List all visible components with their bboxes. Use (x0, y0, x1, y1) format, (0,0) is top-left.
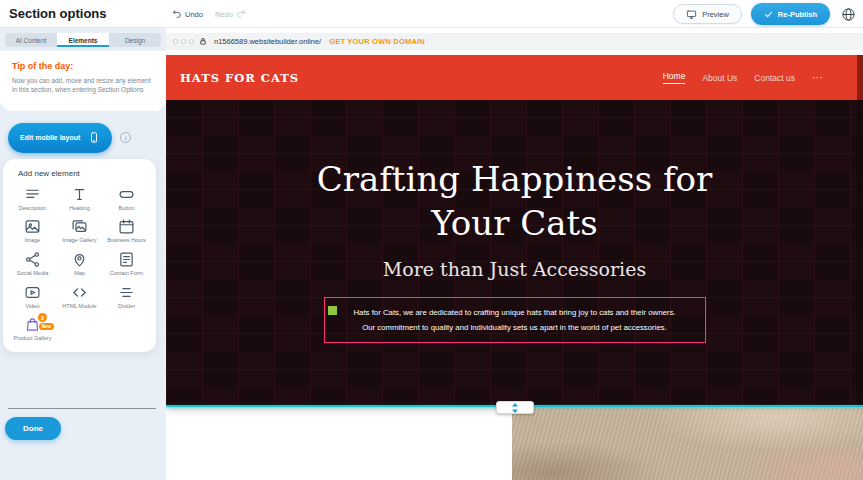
element-label: Description (19, 205, 47, 212)
count-badge: 2 (38, 313, 47, 322)
contact-form-icon (118, 251, 135, 268)
language-globe-button[interactable] (839, 5, 857, 23)
republish-label: Re-Publish (778, 10, 817, 19)
map-pin-icon (71, 251, 88, 268)
element-item-image[interactable]: Image (9, 218, 56, 244)
business-hours-icon (118, 218, 135, 235)
preview-label: Preview (702, 10, 729, 19)
section-resize-handle[interactable] (496, 401, 534, 414)
element-label: Video (26, 303, 40, 310)
element-label: HTML Module (62, 303, 96, 310)
nav-about-us[interactable]: About Us (702, 73, 737, 83)
info-icon[interactable]: i (120, 132, 131, 143)
window-dot-icon (173, 39, 178, 44)
next-section-image[interactable] (512, 406, 863, 480)
resize-handle-green[interactable] (328, 306, 337, 315)
tab-elements[interactable]: Elements (57, 33, 109, 47)
element-label: Social Media (17, 270, 49, 277)
window-dot-icon (181, 39, 186, 44)
element-grid: Description Heading Button Image Image G (9, 186, 150, 342)
element-item-business-hours[interactable]: Business Hours (103, 218, 150, 244)
element-item-html-module[interactable]: HTML Module (56, 284, 103, 310)
add-element-panel: Add new element Description Heading Butt… (3, 159, 156, 352)
undo-redo-group: Undo Redo (172, 0, 246, 28)
undo-label: Undo (185, 10, 203, 19)
hero-heading-line2: Your Cats (166, 202, 863, 246)
element-item-image-gallery[interactable]: Image Gallery (56, 218, 103, 244)
element-label: Map (74, 270, 85, 277)
element-item-button[interactable]: Button (103, 186, 150, 212)
sidebar: AI Content Elements Design Tip of the da… (0, 28, 166, 480)
hero-heading-line1: Crafting Happiness for (166, 158, 863, 202)
image-gallery-icon (71, 218, 88, 235)
monitor-icon (686, 9, 697, 20)
heading-icon (71, 186, 88, 203)
sidebar-divider (8, 408, 156, 409)
social-media-icon (24, 251, 41, 268)
hero-paragraph-line2: Our commitment to quality and individual… (333, 320, 697, 335)
element-item-description[interactable]: Description (9, 186, 56, 212)
topbar: Section options Undo Redo Preview (0, 0, 863, 28)
site-preview: HATS FOR CATS Home About Us Contact us ⋯… (166, 55, 863, 406)
tab-design[interactable]: Design (109, 33, 161, 47)
tip-of-the-day: Tip of the day: Now you can add, move an… (0, 51, 166, 111)
nav-more-button[interactable]: ⋯ (812, 71, 823, 84)
globe-icon (841, 7, 856, 22)
nav-contact-us[interactable]: Contact us (754, 73, 795, 83)
site-header[interactable]: HATS FOR CATS Home About Us Contact us ⋯ (166, 55, 863, 100)
topbar-actions: Preview Re-Publish (673, 0, 857, 28)
element-item-social-media[interactable]: Social Media (9, 251, 56, 277)
lock-icon (199, 37, 207, 46)
element-item-heading[interactable]: Heading (56, 186, 103, 212)
redo-button[interactable]: Redo (215, 9, 246, 19)
site-logo[interactable]: HATS FOR CATS (180, 71, 299, 85)
element-label: Image (25, 237, 40, 244)
sidebar-tabs: AI Content Elements Design (5, 33, 161, 47)
image-icon (24, 218, 41, 235)
element-label: Contact Form (110, 270, 143, 277)
window-dot-icon (189, 39, 194, 44)
nav-home[interactable]: Home (663, 71, 686, 84)
hero-paragraph-line1: Hats for Cats, we are dedicated to craft… (333, 305, 697, 320)
check-icon (764, 10, 773, 19)
get-domain-link[interactable]: GET YOUR OWN DOMAIN (329, 37, 425, 46)
edit-mobile-layout-button[interactable]: Edit mobile layout (8, 123, 112, 153)
smartphone-icon (88, 130, 100, 145)
description-icon (24, 186, 41, 203)
video-icon (24, 284, 41, 301)
up-down-arrows-icon (511, 403, 519, 413)
hero-section[interactable]: Crafting Happiness for Your Cats More th… (166, 100, 863, 406)
element-item-product-gallery[interactable]: 2 New Product Gallery (9, 316, 56, 342)
element-label: Product Gallery (14, 335, 52, 342)
element-item-video[interactable]: Video (9, 284, 56, 310)
editor-canvas: n1566589.websitebuilder.online/ GET YOUR… (166, 28, 863, 480)
element-item-map[interactable]: Map (56, 251, 103, 277)
republish-button[interactable]: Re-Publish (751, 3, 830, 25)
undo-button[interactable]: Undo (172, 9, 203, 19)
hero-subheading[interactable]: More than Just Accessories (166, 258, 863, 280)
app-root: Section options Undo Redo Preview (0, 0, 863, 480)
edit-mobile-row: Edit mobile layout i (8, 123, 158, 153)
code-icon (71, 284, 88, 301)
element-label: Business Hours (107, 237, 146, 244)
tip-body: Now you can add, move and resize any ele… (12, 76, 154, 95)
element-item-divider[interactable]: Divider (103, 284, 150, 310)
edit-mobile-label: Edit mobile layout (20, 134, 80, 141)
site-nav: Home About Us Contact us ⋯ (663, 71, 823, 84)
tab-ai-content[interactable]: AI Content (5, 33, 57, 47)
window-dots (173, 39, 194, 44)
text-element-selected[interactable]: Hats for Cats, we are dedicated to craft… (324, 297, 706, 343)
site-url: n1566589.websitebuilder.online/ (214, 37, 321, 46)
redo-label: Redo (215, 10, 233, 19)
element-label: Image Gallery (62, 237, 96, 244)
done-button[interactable]: Done (5, 417, 61, 440)
preview-button[interactable]: Preview (673, 4, 742, 24)
redo-icon (236, 9, 246, 19)
undo-icon (172, 9, 182, 19)
divider-icon (118, 284, 135, 301)
element-label: Heading (69, 205, 90, 212)
element-item-contact-form[interactable]: Contact Form (103, 251, 150, 277)
site-scrollbar[interactable] (857, 55, 863, 406)
hero-heading[interactable]: Crafting Happiness for Your Cats (166, 100, 863, 245)
new-badge: New (39, 323, 54, 330)
